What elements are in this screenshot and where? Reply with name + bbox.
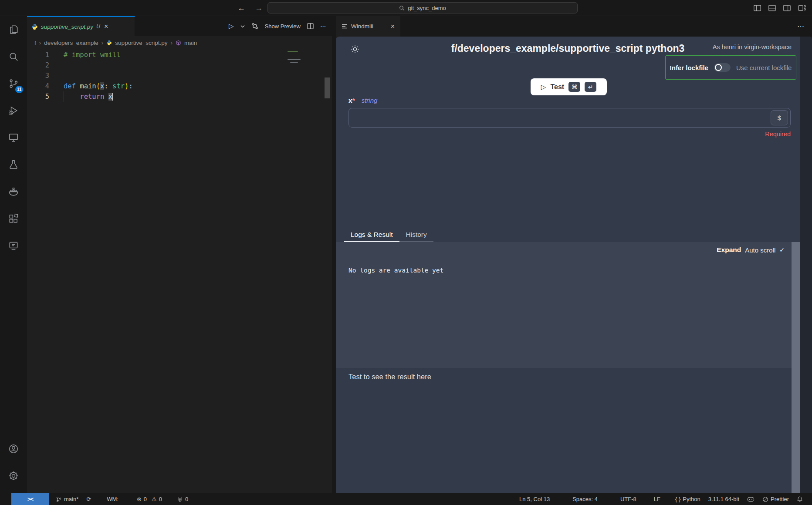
result-placeholder: Test to see the result here [348,373,431,381]
formatter-item[interactable]: Prettier [758,493,793,505]
command-center-search[interactable]: git_sync_demo [267,2,578,13]
wm-status-item[interactable]: WM: [103,493,122,505]
lockfile-toggle[interactable] [714,63,731,72]
history-forward-icon[interactable]: → [255,3,263,13]
line-number: 1 [27,50,49,60]
tab-logs-result[interactable]: Logs & Result [344,229,399,242]
search-value: git_sync_demo [408,5,446,11]
breadcrumb-root[interactable]: f [34,40,36,46]
encoding-item[interactable]: UTF-8 [616,493,640,505]
breadcrumb-folder[interactable]: developers_example [44,40,98,46]
tab-history[interactable]: History [399,229,433,242]
code-line[interactable]: 2 [27,60,332,71]
argument-x-input[interactable] [348,108,791,128]
editor-group-2: Windmill × ⋯ f/developers_example/suppor… [336,16,812,493]
problems-item[interactable]: ⊗ 0 ⚠ 0 [133,493,166,505]
title-bar: ← → git_sync_demo [0,0,812,16]
customize-layout-icon[interactable] [798,5,806,11]
editor-scrollbar[interactable] [325,77,330,98]
eol-item[interactable]: LF [650,493,664,505]
run-context-label: As henri in virgin-workspace [713,44,792,50]
webview-right-edge [800,37,812,493]
windmill-tab-bar: Windmill × ⋯ [336,16,812,37]
cursor-position-item[interactable]: Ln 5, Col 13 [515,493,554,505]
code-line[interactable]: 4def main(x: str): [27,81,332,91]
autoscroll-check-icon[interactable]: ✓ [779,246,785,253]
line-number: 3 [27,71,49,81]
code-line[interactable]: 5 return x [27,91,332,102]
interpreter-item[interactable]: 3.11.1 64-bit [704,493,743,505]
toggle-sidebar-icon[interactable] [754,5,761,11]
sync-item[interactable]: ⟳ [82,493,95,505]
split-editor-icon[interactable] [307,23,314,29]
breadcrumb-separator-icon: › [102,40,104,46]
required-asterisk: * [352,97,355,104]
source-control-icon[interactable]: 11 [0,70,27,97]
copilot-icon[interactable] [743,493,758,505]
webview-scrollbar[interactable] [792,242,800,493]
tab-supportive-script[interactable]: supportive_script.py U × [27,16,135,36]
expand-button[interactable]: Expand [717,246,741,254]
code-lines: 1# import wmill234def main(x: str):5 ret… [27,50,332,102]
windmill-tab-label: Windmill [351,23,373,30]
editor-more-actions-icon[interactable]: ⋯ [320,23,326,30]
python-file-icon [31,24,38,30]
infer-lockfile-label: Infer lockfile [670,64,708,71]
search-view-icon[interactable] [0,43,27,70]
webview-more-actions-icon[interactable]: ⋯ [797,22,804,30]
explorer-icon[interactable] [0,16,27,43]
tab-close-icon[interactable]: × [104,23,108,30]
docker-icon[interactable] [0,178,27,205]
testing-beaker-icon[interactable] [0,151,27,178]
remote-indicator[interactable]: >< [11,493,49,505]
remote-explorer-icon[interactable] [0,124,27,151]
breadcrumb-file[interactable]: supportive_script.py [115,40,167,46]
ports-item[interactable]: 0 [173,493,192,505]
run-python-file-icon[interactable]: ▷ [229,22,234,30]
tab-label: supportive_script.py [41,24,93,30]
enter-key-icon: ↵ [585,82,596,92]
result-tabs: Logs & Result History [344,229,433,242]
branch-icon [56,496,62,502]
line-number: 5 [27,91,49,102]
code-line[interactable]: 3 [27,71,332,81]
windmill-tab-icon [342,24,347,29]
notifications-bell-icon[interactable] [793,493,807,505]
breadcrumb-separator-icon: › [170,40,173,46]
code-editor[interactable]: 1# import wmill234def main(x: str):5 ret… [27,49,332,493]
settings-gear-icon[interactable] [0,462,27,489]
test-button[interactable]: ▷ Test ⌘ ↵ [531,78,607,95]
tab-modified-indicator: U [96,24,100,30]
tab-windmill[interactable]: Windmill × [336,16,400,37]
editor-tab-bar: supportive_script.py U × ▷ Show Preview … [27,16,332,37]
account-icon[interactable] [0,435,27,462]
variable-picker-button[interactable]: $ [771,110,788,125]
extensions-icon[interactable] [0,205,27,232]
windmill-extension-icon[interactable] [0,232,27,259]
error-icon: ⊗ [137,496,142,502]
python-file-icon [106,40,112,46]
lockfile-options-box: Infer lockfile Use current lockfile [665,55,796,80]
history-back-icon[interactable]: ← [237,3,245,13]
argument-type-label: string [362,97,378,104]
sync-icon: ⟳ [86,496,91,502]
minimap[interactable] [288,51,305,63]
run-dropdown-chevron-icon[interactable] [240,25,245,28]
run-debug-icon[interactable] [0,97,27,124]
warning-icon: ⚠ [152,496,157,502]
toggle-panel-icon[interactable] [768,5,776,11]
toggle-secondary-sidebar-icon[interactable] [783,5,791,11]
symbol-cube-icon [176,40,181,46]
show-preview-label[interactable]: Show Preview [265,23,301,30]
play-icon: ▷ [541,83,546,91]
breadcrumb-symbol[interactable]: main [184,40,197,46]
autoscroll-label[interactable]: Auto scroll [745,246,775,254]
logs-panel: Expand Auto scroll ✓ No logs are availab… [336,242,792,368]
logs-empty-message: No logs are available yet [348,267,443,274]
open-changes-icon[interactable] [251,23,258,30]
indentation-item[interactable]: Spaces: 4 [568,493,602,505]
tab-close-icon[interactable]: × [391,23,395,30]
code-line[interactable]: 1# import wmill [27,50,332,60]
language-item[interactable]: { } Python [671,493,704,505]
git-branch-item[interactable]: main* [52,493,82,505]
